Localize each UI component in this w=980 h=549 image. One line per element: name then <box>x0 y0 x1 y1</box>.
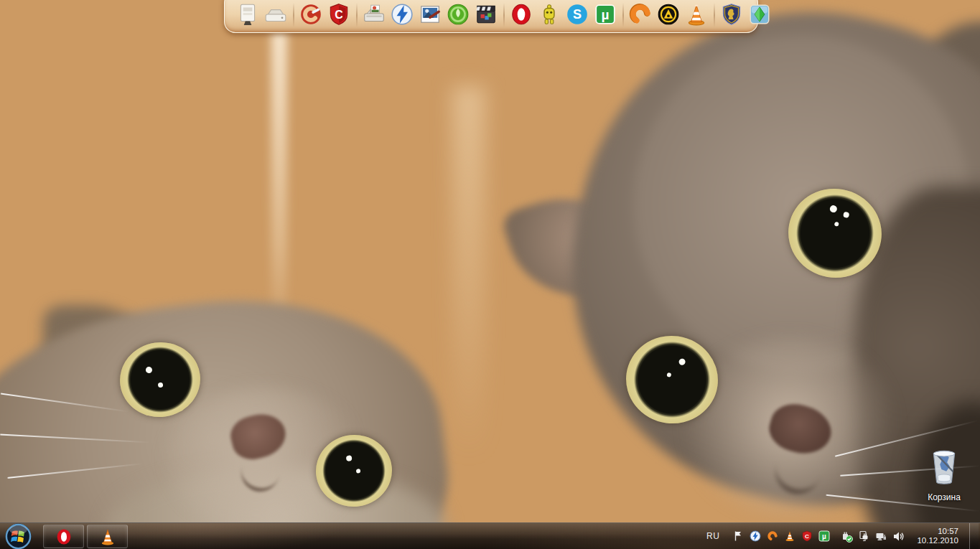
qip-icon[interactable] <box>536 1 562 27</box>
top-dock: C <box>224 0 758 33</box>
ccleaner-icon[interactable] <box>298 1 324 27</box>
dock-separator <box>620 3 625 27</box>
desktop: C <box>0 0 980 549</box>
my-computer-icon[interactable] <box>235 1 261 27</box>
wallpaper-two-grey-cats <box>0 0 980 549</box>
download-master-icon[interactable] <box>627 1 653 27</box>
language-indicator[interactable]: RU <box>706 531 719 541</box>
wall-light-band <box>452 86 485 459</box>
svg-text:µ: µ <box>601 7 609 22</box>
action-center-flag-icon[interactable] <box>732 530 744 543</box>
utorrent-tray-icon[interactable]: µ <box>818 530 830 543</box>
scanner-icon[interactable] <box>361 1 387 27</box>
svg-text:µ: µ <box>822 532 826 540</box>
usb-safely-remove-icon[interactable] <box>841 530 853 543</box>
recycle-bin[interactable]: Корзина <box>918 448 971 502</box>
clock-date: 10.12.2010 <box>917 536 958 545</box>
opera-icon <box>55 527 73 546</box>
clock-time: 10:57 <box>917 527 958 536</box>
trash-icon <box>928 448 961 491</box>
vlc-icon[interactable] <box>683 1 709 27</box>
daemon-tools-tray-icon[interactable] <box>749 530 761 543</box>
start-orb[interactable] <box>4 522 33 549</box>
show-desktop-button[interactable] <box>969 523 979 549</box>
power-plug-icon[interactable] <box>858 530 870 543</box>
dock-separator <box>291 3 296 27</box>
opera-taskbar-button[interactable] <box>43 525 84 548</box>
wall-light-streak <box>271 29 287 337</box>
game-shield-icon[interactable] <box>719 1 745 27</box>
svg-text:S: S <box>573 7 582 22</box>
vlc-tray-icon[interactable] <box>783 530 795 543</box>
vlc-taskbar-button[interactable] <box>87 525 128 548</box>
comodo-tray-icon[interactable]: C <box>801 530 813 543</box>
aimp-icon[interactable] <box>655 1 681 27</box>
dock-separator <box>711 3 717 27</box>
network-icon[interactable] <box>875 530 887 543</box>
hard-drive-icon[interactable] <box>263 1 289 27</box>
dock-separator <box>501 3 506 27</box>
notification-area: RU <box>706 523 980 549</box>
download-master-tray-icon[interactable] <box>766 530 778 543</box>
recycle-bin-label: Корзина <box>928 492 961 502</box>
comodo-shield-icon[interactable]: C <box>326 1 352 27</box>
video-clapper-icon[interactable] <box>473 1 499 27</box>
skype-icon[interactable]: S <box>564 1 590 27</box>
svg-text:C: C <box>805 533 809 540</box>
utorrent-icon[interactable]: µ <box>592 1 618 27</box>
opera-icon[interactable] <box>508 1 534 27</box>
dock-separator <box>354 3 359 27</box>
volume-icon[interactable] <box>892 530 905 543</box>
photoscape-icon[interactable] <box>445 1 471 27</box>
svg-text:C: C <box>335 9 343 21</box>
image-editor-icon[interactable] <box>417 1 443 27</box>
daemon-tools-icon[interactable] <box>389 1 415 27</box>
vlc-icon <box>98 527 117 546</box>
clock[interactable]: 10:57 10.12.2010 <box>917 527 958 545</box>
the-sims-icon[interactable] <box>747 1 773 27</box>
taskbar: RU <box>0 522 980 549</box>
